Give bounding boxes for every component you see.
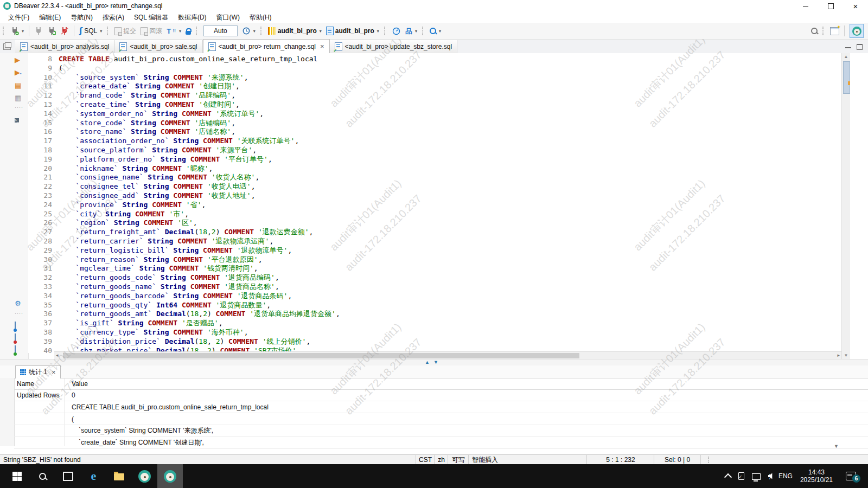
dbeaver-app-icon: [3, 2, 11, 10]
menu-item-5[interactable]: SQL 编辑器: [129, 12, 173, 23]
tab-statistics[interactable]: 统计 1 ×: [15, 365, 61, 378]
editor-tab-2[interactable]: <audit_bi_pro> sale.sql: [114, 40, 202, 53]
menu-item-3[interactable]: 导航(N): [66, 12, 98, 23]
start-button[interactable]: [4, 464, 30, 488]
scrollbar-thumb[interactable]: [843, 61, 850, 94]
explain-plan-icon[interactable]: ▦: [15, 94, 21, 101]
scroll-down-icon[interactable]: ▼: [842, 353, 850, 358]
toolbar-grip: [822, 27, 825, 35]
er-diagram-button[interactable]: 品 ▾: [403, 27, 419, 36]
column-header-name[interactable]: Name: [14, 380, 67, 388]
code-line-20: 20 `nickname` String COMMENT '昵称',: [28, 164, 841, 174]
maximize-button[interactable]: [818, 0, 843, 12]
scrollbar-thumb[interactable]: [63, 353, 579, 358]
table-row[interactable]: `create_date` String COMMENT '创建日期',: [14, 437, 868, 449]
insert-mode-indicator[interactable]: 智能插入: [468, 455, 590, 465]
editor-tab-3[interactable]: <audit_bi_pro> return_change.sql×: [203, 39, 330, 53]
sql-editor-button[interactable]: ʃ SQL ▾: [77, 25, 104, 37]
scroll-right-icon[interactable]: ▸: [837, 352, 840, 358]
save-file-icon[interactable]: [15, 335, 16, 342]
dashboard-button[interactable]: [390, 25, 403, 36]
line-number: 38: [28, 328, 59, 337]
selection-indicator[interactable]: Sel: 0 | 0: [654, 455, 701, 465]
close-icon[interactable]: ×: [320, 43, 324, 50]
scroll-left-icon[interactable]: ◂: [56, 352, 59, 358]
panel-scroll-down-icon[interactable]: ▼: [834, 444, 839, 449]
close-icon[interactable]: ×: [52, 369, 56, 376]
quick-search-button[interactable]: [809, 27, 820, 35]
editor-horizontal-scrollbar[interactable]: ◂ ▸: [54, 351, 841, 359]
open-console-icon[interactable]: >_: [15, 115, 19, 124]
menu-item-6[interactable]: 数据库(D): [173, 12, 212, 23]
execute-in-new-tab-icon[interactable]: ▶▪: [15, 69, 21, 76]
menu-item-1[interactable]: 文件(F): [3, 12, 34, 23]
transaction-lock-button[interactable]: [183, 27, 193, 36]
search-button[interactable]: ▾: [427, 27, 443, 35]
internet-explorer-button[interactable]: e: [81, 464, 106, 488]
menu-item-7[interactable]: 窗口(W): [212, 12, 245, 23]
collapse-up-icon[interactable]: ▲: [425, 360, 430, 365]
table-row[interactable]: (: [14, 413, 868, 425]
input-language-indicator[interactable]: ENG: [778, 472, 793, 480]
code-line-18: 18 `source_platform` String COMMENT '来源平…: [28, 146, 841, 155]
schema-name: audit_bi_pro: [335, 27, 374, 35]
commit-mode-selector[interactable]: Auto: [203, 25, 238, 36]
menu-item-4[interactable]: 搜索(A): [98, 12, 129, 23]
restore-panel-icon[interactable]: [3, 43, 11, 50]
windows-logo-icon: [12, 472, 22, 481]
dbeaver-taskbar-button[interactable]: [132, 464, 157, 488]
table-row[interactable]: Updated Rows0: [14, 389, 868, 401]
commit-button[interactable]: 提交: [112, 25, 138, 37]
collapse-down-icon[interactable]: ▼: [433, 360, 438, 365]
scroll-up-icon[interactable]: ▲: [842, 54, 850, 59]
disconnect-gray-button[interactable]: [32, 25, 45, 36]
execute-script-icon[interactable]: ▤: [15, 82, 21, 89]
minimize-button[interactable]: [793, 0, 818, 12]
file-explorer-button[interactable]: [106, 464, 132, 488]
task-view-button[interactable]: [55, 464, 81, 488]
language-indicator[interactable]: zh: [434, 455, 448, 465]
transaction-log-button[interactable]: ▾: [240, 25, 258, 36]
code-line-9: 9(: [28, 64, 841, 73]
taskbar-clock[interactable]: 14:43 2025/10/21: [800, 468, 833, 484]
settings-gear-icon[interactable]: ⚙: [15, 300, 21, 307]
volume-button[interactable]: ): [768, 473, 771, 479]
minimize-editor-icon[interactable]: [845, 46, 851, 48]
tray-expand-icon[interactable]: [724, 473, 732, 481]
load-file-icon[interactable]: [15, 323, 16, 330]
usb-device-icon[interactable]: [738, 472, 744, 480]
dbeaver-taskbar-button-active[interactable]: [157, 464, 183, 488]
taskbar-search-button[interactable]: [30, 464, 55, 488]
schema-selector[interactable]: audit_bi_pro ▾: [324, 25, 381, 36]
menu-item-8[interactable]: 帮助(H): [245, 12, 277, 23]
execute-statement-icon[interactable]: ▶: [15, 56, 20, 63]
maximize-editor-icon[interactable]: [857, 44, 863, 50]
database-selector[interactable]: audit_bi_pro ▾: [266, 26, 324, 36]
export-file-icon[interactable]: [15, 346, 16, 354]
line-number: 39: [28, 337, 59, 346]
toolbar-grip: [3, 27, 5, 35]
open-perspective-button[interactable]: [828, 26, 841, 36]
editor-vertical-scrollbar[interactable]: ▲ ▼: [841, 53, 850, 359]
menu-item-2[interactable]: 编辑(E): [34, 12, 66, 23]
rollback-button[interactable]: 回滚: [138, 25, 164, 37]
transaction-mode-button[interactable]: T⠿ ▾: [164, 26, 183, 36]
sql-editor[interactable]: 8CREATE TABLE audit_bi_pro.custom_online…: [28, 53, 841, 353]
reconnect-button[interactable]: [45, 25, 58, 36]
dbeaver-perspective-button[interactable]: [850, 24, 864, 38]
network-icon[interactable]: [752, 473, 761, 480]
table-row[interactable]: `source_system` String COMMENT '来源系统',: [14, 425, 868, 437]
editor-tab-4[interactable]: <audit_bi_pro> update_sbz_store.sql: [330, 40, 457, 53]
disconnect-button[interactable]: [58, 25, 71, 36]
caret-position-indicator[interactable]: 5 : 1 : 232: [586, 455, 654, 465]
code-line-11: 11 `create_date` String COMMENT '创建日期',: [28, 82, 841, 91]
notification-center-button[interactable]: 6: [846, 472, 856, 480]
editor-tab-1[interactable]: <audit_bi_pro> analysis.sql: [15, 40, 114, 53]
timezone-indicator[interactable]: CST: [416, 455, 435, 465]
column-header-value[interactable]: Value: [67, 380, 88, 388]
table-row[interactable]: CREATE TABLE audit_bi_pro.custom_online_…: [14, 401, 868, 413]
connect-button[interactable]: ▾: [8, 25, 26, 36]
editor-tabs: <audit_bi_pro> analysis.sql<audit_bi_pro…: [15, 39, 457, 53]
close-button[interactable]: ×: [843, 0, 868, 12]
writable-indicator[interactable]: 可写: [448, 455, 469, 465]
